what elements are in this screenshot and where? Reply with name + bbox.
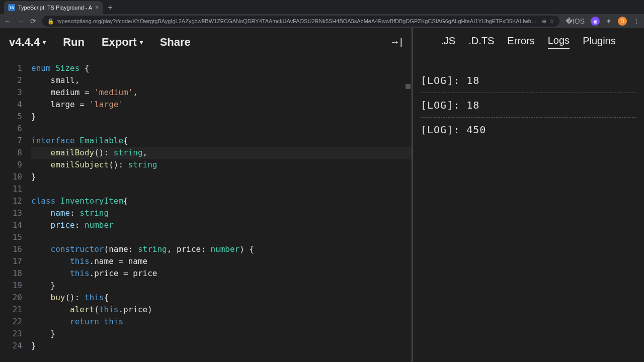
playground: v4.4.4 ▾ Run Export ▾ Share →| 123456789… bbox=[0, 28, 644, 362]
editor-pane: v4.4.4 ▾ Run Export ▾ Share →| 123456789… bbox=[0, 28, 413, 362]
favicon-icon: TS bbox=[8, 4, 15, 11]
line-number: 23 bbox=[0, 328, 22, 340]
code-line[interactable]: small, bbox=[31, 74, 412, 86]
code-line[interactable]: class InventoryItem{ bbox=[31, 195, 412, 207]
profile-avatar[interactable]: D bbox=[618, 17, 627, 26]
code-line[interactable]: return this bbox=[31, 316, 412, 328]
code-line[interactable]: this.price = price bbox=[31, 267, 412, 280]
back-icon[interactable]: ← bbox=[4, 17, 11, 25]
logs-panel: [LOG]: 18[LOG]: 18[LOG]: 450 bbox=[413, 56, 644, 362]
extensions-icon[interactable]: ✦ bbox=[606, 17, 612, 25]
search-icon[interactable]: ⊕ bbox=[542, 18, 546, 25]
line-number: 9 bbox=[0, 159, 22, 171]
url-bar[interactable]: 🔒 typescriptlang.org/play?#code/KYOwrgtg… bbox=[42, 16, 559, 27]
line-number: 22 bbox=[0, 316, 22, 328]
code-line[interactable]: emailBody(): string, bbox=[31, 147, 412, 159]
code-line[interactable]: } bbox=[31, 280, 412, 292]
line-number: 12 bbox=[0, 195, 22, 207]
new-tab-button[interactable]: + bbox=[103, 1, 117, 14]
line-number: 21 bbox=[0, 304, 22, 316]
share-icon[interactable]: �IOS bbox=[566, 17, 585, 25]
code-line[interactable]: medium = 'medium', bbox=[31, 86, 412, 99]
output-tab-js[interactable]: .JS bbox=[441, 35, 455, 49]
line-number: 24 bbox=[0, 340, 22, 352]
code-line[interactable]: emailSubject(): string bbox=[31, 159, 412, 171]
code-line[interactable]: enum Sizes { bbox=[31, 62, 412, 74]
output-tab-dts[interactable]: .D.TS bbox=[468, 35, 494, 49]
export-dropdown[interactable]: Export ▾ bbox=[102, 36, 143, 49]
log-entry: [LOG]: 450 bbox=[421, 118, 636, 142]
code-line[interactable]: large = 'large' bbox=[31, 99, 412, 111]
extension-icon[interactable]: ◉ bbox=[591, 17, 600, 26]
code-line[interactable]: alert(this.price) bbox=[31, 304, 412, 316]
url-text: typescriptlang.org/play?#code/KYOwrgtgBA… bbox=[57, 18, 539, 24]
browser-chrome: TS TypeScript: TS Playground - A × + ← →… bbox=[0, 0, 644, 28]
output-tab-logs[interactable]: Logs bbox=[548, 35, 570, 49]
version-dropdown[interactable]: v4.4.4 ▾ bbox=[9, 36, 46, 49]
output-pane: .JS.D.TSErrorsLogsPlugins [LOG]: 18[LOG]… bbox=[413, 28, 644, 362]
reload-icon[interactable]: ⟳ bbox=[30, 17, 36, 25]
output-tab-errors[interactable]: Errors bbox=[507, 35, 534, 49]
editor-toolbar: v4.4.4 ▾ Run Export ▾ Share →| bbox=[0, 28, 412, 56]
code-line[interactable]: buy(): this{ bbox=[31, 292, 412, 304]
code-line[interactable]: } bbox=[31, 340, 412, 352]
line-number: 11 bbox=[0, 183, 22, 195]
code-line[interactable]: } bbox=[31, 171, 412, 183]
code-line[interactable]: price: number bbox=[31, 219, 412, 231]
tab-bar: TS TypeScript: TS Playground - A × + bbox=[0, 0, 644, 14]
line-number: 13 bbox=[0, 207, 22, 219]
code-line[interactable] bbox=[31, 231, 412, 243]
run-button[interactable]: Run bbox=[63, 36, 85, 49]
code-line[interactable] bbox=[31, 123, 412, 135]
line-number: 14 bbox=[0, 219, 22, 231]
lock-icon: 🔒 bbox=[47, 18, 54, 25]
line-number: 6 bbox=[0, 123, 22, 135]
code-line[interactable]: } bbox=[31, 111, 412, 123]
scrollbar-thumb[interactable] bbox=[406, 84, 411, 89]
code-line[interactable]: } bbox=[31, 328, 412, 340]
line-number: 5 bbox=[0, 111, 22, 123]
line-number: 2 bbox=[0, 74, 22, 86]
line-number: 15 bbox=[0, 231, 22, 243]
log-entry: [LOG]: 18 bbox=[421, 93, 636, 118]
log-entry: [LOG]: 18 bbox=[421, 68, 636, 93]
code-line[interactable]: interface Emailable{ bbox=[31, 135, 412, 147]
line-number: 16 bbox=[0, 243, 22, 255]
forward-icon[interactable]: → bbox=[17, 17, 24, 25]
collapse-icon[interactable]: →| bbox=[390, 36, 403, 48]
line-number: 10 bbox=[0, 171, 22, 183]
line-number: 1 bbox=[0, 62, 22, 74]
line-number: 8 bbox=[0, 147, 22, 159]
line-number: 4 bbox=[0, 99, 22, 111]
line-number: 7 bbox=[0, 135, 22, 147]
browser-tab[interactable]: TS TypeScript: TS Playground - A × bbox=[4, 1, 103, 14]
line-number: 3 bbox=[0, 86, 22, 99]
code-line[interactable]: this.name = name bbox=[31, 255, 412, 267]
line-number: 18 bbox=[0, 267, 22, 280]
chevron-down-icon: ▾ bbox=[43, 39, 46, 46]
close-icon[interactable]: × bbox=[95, 4, 99, 11]
line-number: 19 bbox=[0, 280, 22, 292]
chevron-down-icon: ▾ bbox=[140, 39, 143, 46]
nav-bar: ← → ⟳ 🔒 typescriptlang.org/play?#code/KY… bbox=[0, 14, 644, 28]
line-number: 20 bbox=[0, 292, 22, 304]
code-line[interactable]: constructor(name: string, price: number)… bbox=[31, 243, 412, 255]
share-button[interactable]: Share bbox=[160, 36, 191, 49]
line-number: 17 bbox=[0, 255, 22, 267]
code-editor[interactable]: 123456789101112131415161718192021222324 … bbox=[0, 56, 412, 362]
tab-title: TypeScript: TS Playground - A bbox=[18, 5, 92, 11]
code-line[interactable] bbox=[31, 183, 412, 195]
code-content[interactable]: enum Sizes { small, medium = 'medium', l… bbox=[31, 56, 412, 362]
menu-icon[interactable]: ⋮ bbox=[633, 17, 640, 25]
line-gutter: 123456789101112131415161718192021222324 bbox=[0, 56, 31, 362]
output-tab-plugins[interactable]: Plugins bbox=[583, 35, 616, 49]
code-line[interactable]: name: string bbox=[31, 207, 412, 219]
star-icon[interactable]: ☆ bbox=[549, 18, 554, 25]
output-tabs: .JS.D.TSErrorsLogsPlugins bbox=[413, 28, 644, 56]
